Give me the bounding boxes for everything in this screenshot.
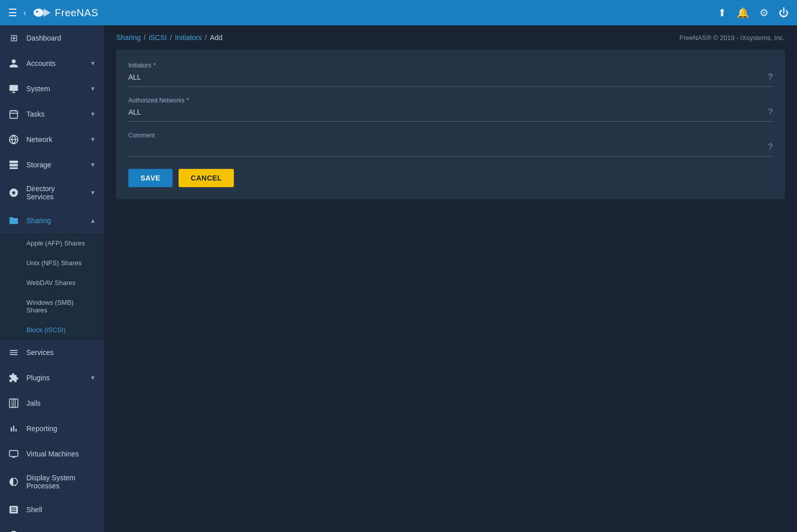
svg-rect-6 (10, 111, 18, 118)
cancel-button[interactable]: CANCEL (179, 169, 234, 187)
bell-icon[interactable]: 🔔 (737, 7, 749, 19)
breadcrumb: Sharing / iSCSI / Initiators / Add FreeN… (104, 25, 797, 50)
sidebar-label-services: Services (26, 348, 96, 357)
authorized-networks-help-icon[interactable]: ? (768, 108, 773, 117)
initiators-input-row: ? (128, 71, 773, 87)
sharing-arrow: ▲ (90, 217, 96, 224)
accounts-icon (8, 58, 19, 69)
sidebar-label-display-system-processes: Display System Processes (26, 474, 96, 490)
breadcrumb-path: Sharing / iSCSI / Initiators / Add (116, 33, 223, 42)
jails-icon (8, 398, 19, 409)
top-navigation: ☰ ‹ FreeNAS ⬆ 🔔 ⚙ ⏻ (0, 0, 797, 25)
sidebar-item-virtual-machines[interactable]: Virtual Machines (0, 441, 104, 467)
sidebar-subitem-block-iscsi[interactable]: Block (iSCSI) (0, 320, 104, 340)
comment-input[interactable] (128, 141, 764, 153)
main-content: Sharing / iSCSI / Initiators / Add FreeN… (104, 25, 797, 532)
breadcrumb-sep-1: / (144, 33, 146, 42)
afp-shares-label: Apple (AFP) Shares (26, 239, 85, 247)
sidebar-item-tasks[interactable]: Tasks ▼ (0, 101, 104, 127)
initiators-required-marker: * (153, 62, 156, 69)
comment-input-row: ? (128, 141, 773, 157)
sidebar-item-reporting[interactable]: Reporting (0, 416, 104, 441)
breadcrumb-sep-2: / (170, 33, 172, 42)
network-icon (8, 134, 19, 145)
sidebar-label-sharing: Sharing (26, 217, 83, 225)
sidebar-label-directory-services: Directory Services (26, 185, 83, 201)
storage-arrow: ▼ (90, 161, 96, 168)
directory-services-arrow: ▼ (90, 189, 96, 196)
breadcrumb-sep-3: / (205, 33, 207, 42)
settings-icon[interactable]: ⚙ (759, 7, 769, 19)
sidebar-label-shell: Shell (26, 506, 96, 514)
sidebar-subitem-nfs-shares[interactable]: Unix (NFS) Shares (0, 253, 104, 273)
sidebar-item-shell[interactable]: Shell (0, 497, 104, 522)
system-arrow: ▼ (90, 85, 96, 92)
sidebar-item-accounts[interactable]: Accounts ▼ (0, 51, 104, 76)
comment-label: Comment (128, 132, 773, 139)
sidebar-item-storage[interactable]: Storage ▼ (0, 152, 104, 178)
svg-rect-18 (10, 450, 18, 456)
sidebar-label-plugins: Plugins (26, 374, 83, 382)
sharing-icon (8, 215, 19, 226)
comment-help-icon[interactable]: ? (768, 143, 773, 152)
topnav-icons: ⬆ 🔔 ⚙ ⏻ (718, 7, 789, 19)
reporting-icon (8, 423, 19, 434)
comment-field: Comment ? (128, 132, 773, 157)
plugins-arrow: ▼ (90, 374, 96, 381)
sidebar-item-guide[interactable]: Guide (0, 522, 104, 532)
network-arrow: ▼ (90, 136, 96, 143)
breadcrumb-sharing[interactable]: Sharing (116, 33, 141, 42)
svg-point-0 (33, 9, 44, 17)
sidebar-item-system[interactable]: System ▼ (0, 76, 104, 101)
breadcrumb-initiators[interactable]: Initiators (175, 33, 202, 42)
breadcrumb-iscsi[interactable]: iSCSI (149, 33, 167, 42)
sidebar-label-virtual-machines: Virtual Machines (26, 450, 96, 458)
upload-icon[interactable]: ⬆ (718, 7, 726, 19)
initiators-help-icon[interactable]: ? (768, 73, 773, 82)
sidebar-subitem-webdav-shares[interactable]: WebDAV Shares (0, 273, 104, 293)
sidebar-subitem-afp-shares[interactable]: Apple (AFP) Shares (0, 233, 104, 253)
add-initiator-form: Initiators * ? Authorized Networks * ? C… (116, 50, 785, 199)
svg-rect-11 (10, 164, 18, 166)
accounts-arrow: ▼ (90, 60, 96, 67)
sidebar-item-dashboard[interactable]: ⊞ Dashboard (0, 25, 104, 51)
sidebar-item-jails[interactable]: Jails (0, 391, 104, 416)
save-button[interactable]: SAVE (128, 169, 172, 187)
svg-point-2 (36, 11, 38, 13)
sidebar-label-dashboard: Dashboard (26, 34, 96, 42)
virtual-machines-icon (8, 448, 19, 459)
power-icon[interactable]: ⏻ (779, 7, 789, 19)
hamburger-menu-icon[interactable]: ☰ (8, 7, 17, 19)
form-buttons: SAVE CANCEL (128, 169, 773, 187)
webdav-shares-label: WebDAV Shares (26, 279, 76, 287)
nfs-shares-label: Unix (NFS) Shares (26, 259, 82, 267)
back-icon[interactable]: ‹ (23, 8, 26, 18)
authorized-networks-label-text: Authorized Networks (128, 97, 185, 104)
sidebar-label-jails: Jails (26, 399, 96, 407)
sidebar-item-plugins[interactable]: Plugins ▼ (0, 365, 104, 391)
authorized-networks-required-marker: * (187, 97, 189, 104)
authorized-networks-label: Authorized Networks * (128, 97, 773, 104)
authorized-networks-input[interactable] (128, 106, 764, 118)
breadcrumb-add: Add (210, 33, 223, 42)
comment-label-text: Comment (128, 132, 155, 139)
authorized-networks-input-row: ? (128, 106, 773, 122)
initiators-input[interactable] (128, 71, 764, 83)
sidebar-label-reporting: Reporting (26, 424, 96, 433)
sidebar-item-sharing[interactable]: Sharing ▲ (0, 208, 104, 233)
sidebar-item-network[interactable]: Network ▼ (0, 127, 104, 152)
initiators-label: Initiators * (128, 62, 773, 69)
logo: FreeNAS (32, 4, 98, 22)
shell-icon (8, 504, 19, 515)
freenas-logo-icon (32, 4, 51, 22)
sidebar-subitem-smb-shares[interactable]: Windows (SMB) Shares (0, 293, 104, 320)
sidebar-item-display-system-processes[interactable]: Display System Processes (0, 467, 104, 497)
sidebar-item-services[interactable]: Services (0, 340, 104, 365)
sidebar-label-tasks: Tasks (26, 110, 83, 118)
sidebar-label-system: System (26, 85, 83, 93)
tasks-arrow: ▼ (90, 111, 96, 118)
tasks-icon (8, 109, 19, 120)
svg-marker-1 (44, 9, 51, 17)
sidebar-item-directory-services[interactable]: Directory Services ▼ (0, 178, 104, 208)
block-iscsi-label: Block (iSCSI) (26, 326, 65, 334)
